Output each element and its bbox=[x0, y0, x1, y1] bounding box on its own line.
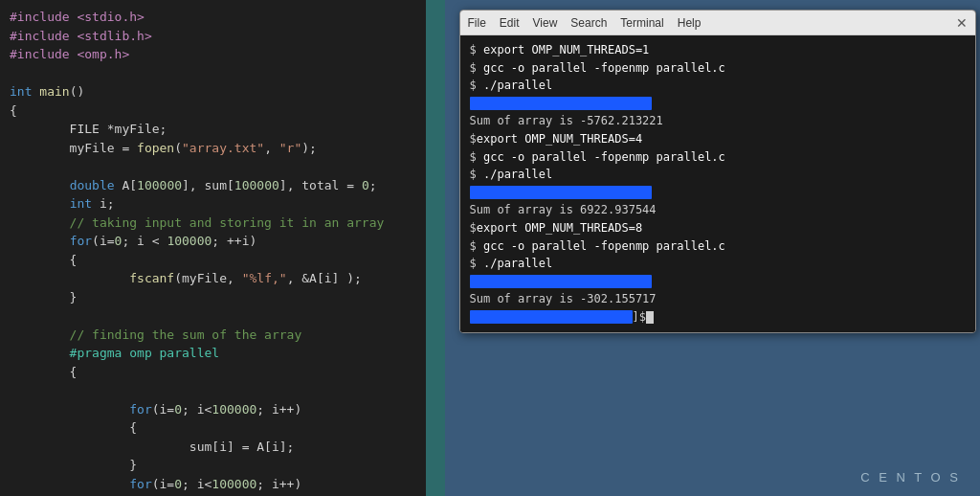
menu-help[interactable]: Help bbox=[678, 16, 702, 30]
terminal-line: $ gcc -o parallel -fopenmp parallel.c bbox=[470, 59, 966, 78]
centos-label: C E N T O S bbox=[860, 470, 961, 485]
redact-bar-2 bbox=[470, 186, 652, 199]
terminal-line: $ ./parallel bbox=[470, 77, 966, 95]
menu-view[interactable]: View bbox=[533, 16, 558, 30]
code-line: #include <stdlib.h> bbox=[10, 27, 416, 46]
code-line: { bbox=[10, 101, 416, 121]
terminal-menu: File Edit View Search Terminal Help bbox=[468, 16, 702, 30]
cursor bbox=[646, 311, 654, 324]
terminal-body[interactable]: $ export OMP_NUM_THREADS=1 $ gcc -o para… bbox=[460, 35, 975, 332]
code-line bbox=[10, 381, 416, 400]
redact-bar-4 bbox=[470, 310, 633, 324]
menu-terminal[interactable]: Terminal bbox=[620, 16, 663, 30]
code-line: #include <omp.h> bbox=[10, 45, 416, 64]
terminal-line: $ gcc -o parallel -fopenmp parallel.c bbox=[470, 148, 966, 167]
terminal-line: $ export OMP_NUM_THREADS=1 bbox=[470, 41, 966, 59]
menu-edit[interactable]: Edit bbox=[500, 16, 520, 30]
code-line: int main() bbox=[10, 82, 416, 101]
terminal-line bbox=[470, 273, 966, 291]
terminal-line: $ ./parallel bbox=[470, 166, 966, 184]
menu-file[interactable]: File bbox=[468, 16, 486, 30]
code-line: // taking input and storing it in an arr… bbox=[10, 214, 416, 233]
code-line: double A[100000], sum[100000], total = 0… bbox=[10, 176, 416, 195]
code-editor: #include <stdio.h> #include <stdlib.h> #… bbox=[0, 0, 426, 496]
terminal-line: $export OMP_NUM_THREADS=4 bbox=[470, 130, 966, 148]
code-line: { bbox=[10, 418, 416, 438]
menu-search[interactable]: Search bbox=[570, 16, 607, 30]
redact-bar-3 bbox=[470, 275, 652, 288]
code-line bbox=[10, 306, 416, 326]
code-line: FILE *myFile; bbox=[10, 120, 416, 139]
code-line: } bbox=[10, 288, 416, 307]
redact-bar-1 bbox=[470, 97, 652, 110]
terminal-wrapper: File Edit View Search Terminal Help ✕ $ … bbox=[445, 0, 980, 496]
code-line: for(i=0; i < 100000; ++i) bbox=[10, 232, 416, 251]
code-line: } bbox=[10, 456, 416, 475]
code-line: // finding the sum of the array bbox=[10, 326, 416, 345]
code-line: #include <stdio.h> bbox=[10, 8, 416, 27]
code-line: int i; bbox=[10, 194, 416, 214]
terminal-titlebar: File Edit View Search Terminal Help ✕ bbox=[460, 11, 975, 35]
code-line: for(i=0; i<100000; i++) bbox=[10, 400, 416, 419]
terminal-window: File Edit View Search Terminal Help ✕ $ … bbox=[459, 10, 976, 333]
middle-stripe bbox=[426, 0, 445, 496]
code-line: { bbox=[10, 363, 416, 382]
terminal-line bbox=[470, 95, 966, 113]
terminal-line: $ ./parallel bbox=[470, 255, 966, 273]
terminal-line: ]$ bbox=[470, 308, 966, 327]
terminal-line: $export OMP_NUM_THREADS=8 bbox=[470, 219, 966, 237]
code-line: { bbox=[10, 251, 416, 270]
code-line bbox=[10, 64, 416, 83]
code-line: myFile = fopen("array.txt", "r"); bbox=[10, 139, 416, 158]
terminal-line bbox=[470, 184, 966, 202]
close-button[interactable]: ✕ bbox=[956, 15, 968, 31]
code-line: sum[i] = A[i]; bbox=[10, 438, 416, 457]
code-line bbox=[10, 157, 416, 176]
terminal-output-2: Sum of array is 6922.937544 bbox=[470, 201, 966, 219]
code-line: fscanf(myFile, "%lf,", &A[i] ); bbox=[10, 269, 416, 288]
terminal-output-3: Sum of array is -302.155717 bbox=[470, 290, 966, 308]
terminal-output-1: Sum of array is -5762.213221 bbox=[470, 112, 966, 130]
terminal-line: $ gcc -o parallel -fopenmp parallel.c bbox=[470, 237, 966, 256]
code-line: for(i=0; i<100000; i++) bbox=[10, 475, 416, 494]
code-line: #pragma omp parallel bbox=[10, 344, 416, 363]
